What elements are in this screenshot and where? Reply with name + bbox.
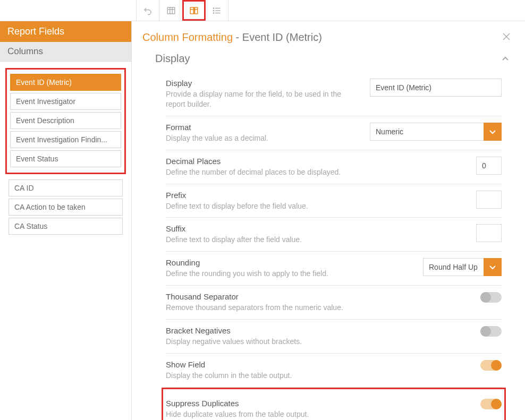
content-panel: Column Formatting - Event ID (Metric) Di… [132,21,525,420]
bracket-desc: Display negative values without brackets… [166,337,362,347]
thousand-desc: Remove thousand separators from the nume… [166,303,362,313]
sidebar-title: Report Fields [0,21,131,42]
svg-rect-0 [167,7,175,14]
field-ca-status[interactable]: CA Status [9,218,123,235]
rounding-label: Rounding [166,258,362,267]
field-ca-id[interactable]: CA ID [9,179,123,196]
chevron-down-icon [484,123,502,141]
showfield-desc: Display the column in the table output. [166,371,362,381]
display-desc: Provide a display name for the field, to… [166,89,359,109]
showfield-toggle[interactable] [480,360,502,371]
chevron-up-icon [502,55,509,63]
suffix-desc: Define text to display after the field v… [166,235,362,245]
rounding-select[interactable]: Round Half Up [423,258,502,276]
prefix-input[interactable] [476,191,502,209]
decimal-desc: Define the number of decimal places to b… [166,167,362,177]
table-view-button[interactable] [159,0,183,21]
panel-title-main: Column Formatting [142,31,233,43]
field-event-investigation-findings[interactable]: Event Investigation Findin... [10,131,121,148]
section-title: Display [155,53,190,65]
prefix-label: Prefix [166,191,362,200]
bracket-toggle[interactable] [480,326,502,337]
thousand-toggle[interactable] [480,292,502,303]
field-event-investigator[interactable]: Event Investigator [10,93,121,110]
format-desc: Display the value as a decimal. [166,133,359,143]
svg-point-11 [213,10,214,11]
close-icon[interactable] [498,30,514,45]
prefix-desc: Define text to display before the field … [166,201,362,211]
suppress-label: Suppress Duplicates [166,399,362,408]
suffix-label: Suffix [166,224,362,233]
panel-title: Column Formatting - Event ID (Metric) [142,31,322,44]
field-ca-action[interactable]: CA Action to be taken [9,199,123,216]
columns-header[interactable]: Columns [0,42,131,62]
field-event-status[interactable]: Event Status [10,150,121,167]
suppress-desc: Hide duplicate values from the table out… [166,409,362,419]
thousand-label: Thousand Separator [166,292,362,301]
field-event-id[interactable]: Event ID (Metric) [10,74,121,91]
list-view-button[interactable] [205,0,228,21]
rounding-desc: Define the rounding you wish to apply to… [166,269,362,279]
chevron-down-icon [484,258,502,276]
panel-title-field: Event ID (Metric) [242,31,322,43]
section-display-header[interactable]: Display [142,49,514,69]
decimal-input[interactable] [476,157,502,175]
field-event-description[interactable]: Event Description [10,112,121,129]
sidebar: Report Fields Columns Event ID (Metric) … [0,21,132,420]
column-format-button[interactable] [182,0,206,21]
undo-button[interactable] [136,0,159,21]
svg-rect-6 [193,7,196,14]
showfield-label: Show Field [166,360,362,369]
decimal-label: Decimal Places [166,157,362,166]
svg-point-12 [213,12,214,13]
display-label: Display [166,79,359,88]
format-label: Format [166,123,359,132]
suppress-toggle[interactable] [480,399,502,409]
svg-point-10 [213,7,214,8]
display-input[interactable] [370,79,502,97]
bracket-label: Bracket Negatives [166,326,362,335]
format-select[interactable]: Numeric [370,123,502,141]
suppress-highlight-box: Suppress Duplicates Hide duplicate value… [162,388,506,420]
suffix-input[interactable] [476,224,502,242]
highlighted-fields-box: Event ID (Metric) Event Investigator Eve… [5,68,126,174]
